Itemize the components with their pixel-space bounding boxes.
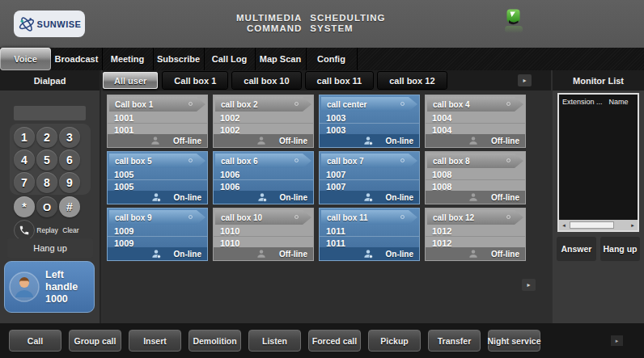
dialpad-extra-keys: *O#	[14, 196, 80, 217]
key-5[interactable]: 5	[36, 150, 57, 171]
key-1[interactable]: 1	[14, 127, 35, 148]
column-extension[interactable]: Extension ...	[562, 98, 603, 106]
callbox-number: 1001	[114, 125, 133, 135]
main-tab-voice[interactable]: Voice	[0, 48, 51, 70]
key-7[interactable]: 7	[14, 172, 35, 193]
scroll-left-icon[interactable]: ◂	[559, 222, 569, 229]
user-tab-call-box-10[interactable]: call box 10	[232, 72, 300, 89]
grid-next-page-icon[interactable]: ▸	[522, 279, 536, 291]
action-button-listen[interactable]: Listen	[248, 330, 301, 352]
key-[interactable]: *	[14, 196, 35, 217]
user-tabs-scroll-right-icon[interactable]: ▸	[518, 74, 532, 86]
callbox-card-call-box-4[interactable]: call box 4 1004 1004 Off-line	[425, 95, 526, 148]
tag-dot-icon	[189, 158, 193, 162]
dialpad-hangup-button[interactable]: Hang up	[7, 238, 93, 258]
action-button-night-service[interactable]: Night service	[488, 330, 540, 352]
action-button-call[interactable]: Call	[9, 330, 61, 352]
replay-button[interactable]: Replay	[36, 226, 58, 234]
callbox-header-tag: call box 9	[109, 210, 205, 225]
callbox-status-bar: Off-line	[214, 247, 313, 260]
column-name[interactable]: Name	[609, 98, 629, 106]
callbox-card-call-box-7[interactable]: call box 7 1007 1007 On-line	[319, 151, 420, 204]
status-label: On-line	[386, 193, 413, 202]
key-2[interactable]: 2	[36, 127, 57, 148]
horizontal-scrollbar[interactable]: ◂ ▸	[559, 220, 638, 230]
callbox-header-tag: call center	[321, 97, 417, 112]
callbox-number: 1007	[326, 182, 345, 192]
main-tab-map-scan[interactable]: Map Scan	[255, 48, 306, 70]
callbox-number: 1002	[220, 125, 239, 135]
callbox-status-bar: Off-line	[214, 134, 313, 147]
main-tab-subscribe[interactable]: Subscribe	[153, 48, 204, 70]
key-o[interactable]: O	[36, 196, 57, 217]
callbox-extension-row: 1012	[426, 225, 525, 237]
monitor-title: Monitor List	[553, 76, 644, 86]
main-tab-broadcast[interactable]: Broadcast	[51, 48, 102, 70]
dial-number-input[interactable]	[14, 106, 86, 120]
callbox-card-call-box-9[interactable]: call box 9 1009 1009 On-line	[107, 208, 208, 261]
callbox-header-tag: call box 2	[215, 97, 311, 112]
key-4[interactable]: 4	[14, 150, 35, 171]
user-tab-call-box-11[interactable]: call box 11	[306, 72, 374, 89]
callbox-name: call box 7	[327, 157, 364, 166]
monitor-hangup-button[interactable]: Hang up	[600, 237, 640, 261]
key-3[interactable]: 3	[59, 127, 80, 148]
callbox-number: 1008	[432, 182, 451, 192]
key-9[interactable]: 9	[59, 172, 80, 193]
scrollbar-thumb[interactable]	[570, 221, 614, 229]
callbox-extension: 1001	[114, 113, 133, 123]
monitor-list-box[interactable]: Extension ... Name ◂ ▸	[557, 93, 639, 232]
action-button-insert[interactable]: Insert	[129, 330, 181, 352]
callbox-card-call-box-8[interactable]: call box 8 1008 1008 Off-line	[425, 151, 526, 204]
callbox-extension-row: 1001	[108, 112, 207, 124]
key-8[interactable]: 8	[36, 172, 57, 193]
callbox-name: call box 11	[327, 213, 368, 222]
callbox-number: 1003	[326, 125, 345, 135]
callbox-card-call-center[interactable]: call center 1003 1003 On-line	[319, 95, 420, 148]
main-tab-meeting[interactable]: Meeting	[102, 48, 153, 70]
callbox-header-tag: call box 12	[427, 210, 523, 225]
callbox-status-bar: Off-line	[108, 134, 207, 147]
callbox-number: 1004	[432, 125, 451, 135]
callbox-card-call-box-12[interactable]: call box 12 1012 1012 Off-line	[425, 208, 526, 261]
user-tab-call-box-12[interactable]: call box 12	[378, 72, 446, 89]
action-button-group-call[interactable]: Group call	[69, 330, 121, 352]
action-button-demolition[interactable]: Demolition	[189, 330, 241, 352]
status-label: Off-line	[279, 137, 307, 145]
tag-dot-icon	[294, 158, 299, 162]
callbox-card-call-box-2[interactable]: call box 2 1002 1002 Off-line	[213, 95, 314, 148]
tag-dot-icon	[294, 102, 299, 106]
answer-button[interactable]: Answer	[557, 237, 596, 261]
user-tab-call-box-1[interactable]: Call box 1	[163, 72, 227, 89]
callbox-name: Call box 1	[115, 100, 153, 109]
user-tab-all-user[interactable]: All user	[103, 72, 158, 89]
callbox-status-bar: Off-line	[426, 134, 525, 147]
logo-text: SUNWISE	[37, 19, 82, 29]
title-word: SYSTEM	[310, 23, 385, 34]
callbox-status-bar: Off-line	[426, 191, 525, 204]
callbox-name: call box 4	[433, 100, 470, 109]
action-bar-more-icon[interactable]: ▸	[611, 335, 623, 346]
action-button-forced-call[interactable]: Forced call	[308, 330, 361, 352]
callbox-number: 1009	[114, 238, 133, 248]
callbox-card-call-box-5[interactable]: call box 5 1005 1005 On-line	[107, 151, 208, 204]
main-tab-config[interactable]: Config	[306, 48, 357, 70]
status-label: Off-line	[491, 137, 519, 145]
key-[interactable]: #	[59, 196, 80, 217]
callbox-number: 1010	[220, 238, 239, 248]
callbox-status-bar: On-line	[214, 191, 313, 204]
tag-dot-icon	[400, 158, 405, 162]
clear-button[interactable]: Clear	[60, 226, 82, 234]
left-handle-card[interactable]: Left handle 1000	[4, 261, 95, 313]
callbox-card-call-box-6[interactable]: call box 6 1006 1006 On-line	[213, 151, 314, 204]
callbox-extension: 1004	[432, 113, 451, 123]
callbox-card-call-box-1[interactable]: Call box 1 1001 1001 Off-line	[107, 95, 208, 148]
callbox-card-call-box-11[interactable]: call box 11 1011 1011 On-line	[319, 208, 420, 261]
main-tab-call-log[interactable]: Call Log	[204, 48, 255, 70]
action-button-pickup[interactable]: Pickup	[368, 330, 421, 352]
key-6[interactable]: 6	[59, 150, 80, 171]
callbox-card-call-box-10[interactable]: call box 10 1010 1010 Off-line	[213, 208, 314, 261]
scroll-right-icon[interactable]: ▸	[628, 222, 638, 229]
action-button-transfer[interactable]: Transfer	[428, 330, 481, 352]
callbox-header-tag: call box 4	[427, 97, 523, 112]
